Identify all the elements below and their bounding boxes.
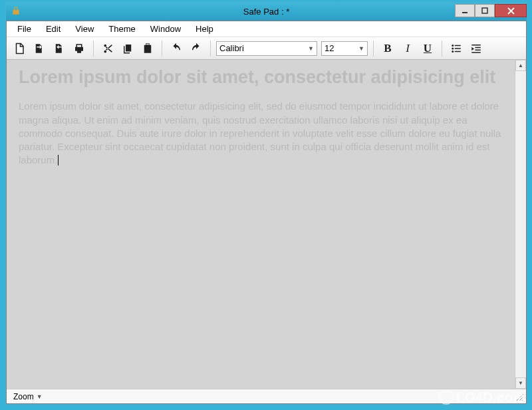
font-size-value: 12	[325, 43, 334, 53]
redo-button[interactable]	[188, 40, 205, 57]
toolbar-separator	[210, 41, 211, 56]
svg-rect-9	[471, 45, 481, 46]
svg-rect-6	[455, 48, 461, 49]
svg-point-7	[452, 51, 454, 52]
italic-button[interactable]: I	[399, 40, 416, 57]
font-family-select[interactable]: Calibri ▼	[216, 41, 317, 56]
scroll-track[interactable]	[515, 71, 526, 377]
svg-rect-11	[475, 49, 481, 51]
bold-button[interactable]: B	[379, 40, 396, 57]
save-button[interactable]	[51, 40, 68, 57]
svg-rect-2	[146, 43, 150, 45]
lock-icon	[11, 6, 21, 17]
document-body: Lorem ipsum dolor sit amet, consectetur …	[19, 100, 501, 165]
bullet-list-button[interactable]	[448, 40, 465, 57]
menu-view[interactable]: View	[68, 22, 100, 36]
menubar: File Edit View Theme Window Help	[7, 21, 526, 37]
app-body: File Edit View Theme Window Help	[6, 21, 527, 404]
app-window: Safe Pad : * File Edit View Theme Window…	[5, 1, 527, 405]
close-button[interactable]	[495, 4, 527, 17]
window-title: Safe Pad : *	[243, 7, 289, 17]
toolbar: Calibri ▼ 12 ▼ B I U	[7, 37, 526, 60]
svg-rect-1	[482, 8, 487, 13]
toolbar-separator	[93, 41, 94, 56]
maximize-button[interactable]	[475, 4, 495, 17]
svg-point-5	[452, 47, 454, 49]
document-heading: Lorem ipsum dolor sit amet, consectetur …	[19, 66, 503, 88]
font-family-value: Calibri	[219, 43, 244, 53]
menu-window[interactable]: Window	[144, 22, 188, 36]
zoom-label: Zoom	[13, 392, 34, 401]
cut-button[interactable]	[99, 40, 116, 57]
watermark-text: LO4D.com	[456, 390, 525, 405]
chevron-down-icon: ▼	[358, 45, 364, 52]
watermark: LO4D.com	[439, 390, 525, 406]
undo-button[interactable]	[168, 40, 185, 57]
toolbar-separator	[442, 41, 442, 56]
window-buttons	[455, 4, 527, 19]
scroll-down-button[interactable]: ▼	[515, 377, 526, 389]
new-button[interactable]	[11, 40, 28, 57]
font-size-select[interactable]: 12 ▼	[321, 41, 368, 56]
menu-theme[interactable]: Theme	[102, 22, 142, 36]
titlebar[interactable]: Safe Pad : *	[6, 2, 527, 21]
chevron-down-icon: ▼	[308, 45, 314, 52]
menu-file[interactable]: File	[11, 22, 38, 36]
menu-help[interactable]: Help	[189, 22, 220, 36]
svg-rect-10	[475, 47, 481, 48]
svg-rect-8	[455, 51, 461, 52]
svg-point-3	[452, 45, 454, 47]
text-editor[interactable]: Lorem ipsum dolor sit amet, consectetur …	[7, 60, 515, 389]
indent-button[interactable]	[467, 40, 485, 57]
vertical-scrollbar[interactable]: ▲ ▼	[515, 60, 526, 389]
open-button[interactable]	[31, 40, 48, 57]
svg-rect-4	[455, 45, 461, 46]
content-area: Lorem ipsum dolor sit amet, consectetur …	[7, 60, 526, 389]
menu-edit[interactable]: Edit	[39, 22, 67, 36]
toolbar-separator	[162, 41, 162, 56]
zoom-dropdown[interactable]: Zoom ▼	[11, 392, 45, 401]
paste-button[interactable]	[139, 40, 156, 57]
chevron-down-icon: ▼	[37, 393, 43, 400]
minimize-button[interactable]	[455, 4, 475, 17]
text-cursor	[58, 155, 59, 165]
svg-rect-12	[471, 52, 481, 53]
toolbar-separator	[373, 41, 374, 56]
svg-rect-0	[462, 12, 467, 13]
scroll-up-button[interactable]: ▲	[515, 60, 526, 71]
underline-button[interactable]: U	[419, 40, 436, 57]
copy-button[interactable]	[119, 40, 136, 57]
globe-icon	[439, 390, 454, 405]
print-button[interactable]	[70, 40, 88, 57]
